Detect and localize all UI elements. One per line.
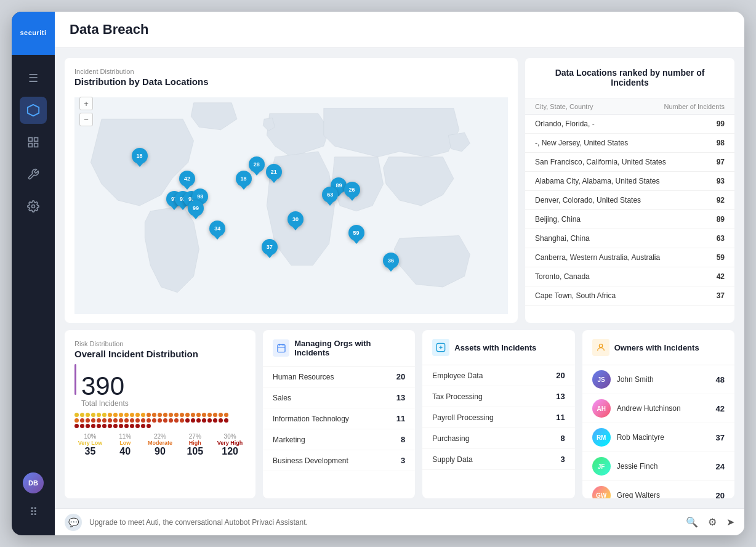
- location-count: 59: [717, 253, 725, 262]
- map-pins: 184297929398992818213037348926635936: [74, 92, 508, 320]
- owner-count: 42: [716, 404, 725, 413]
- logo[interactable]: securiti: [12, 12, 55, 55]
- sidebar-item-shield[interactable]: [20, 97, 47, 124]
- risk-dot: [74, 418, 79, 423]
- map-pin[interactable]: 18: [236, 171, 252, 187]
- location-name: San Francisco, California, United States: [535, 158, 666, 166]
- managing-orgs-card: Managing Orgs with Incidents Human Resou…: [263, 330, 415, 498]
- map-label: Incident Distribution: [74, 68, 508, 75]
- risk-dot: [108, 418, 112, 423]
- location-row: Orlando, Florida, -99: [525, 115, 734, 134]
- map-pin[interactable]: 34: [209, 221, 225, 237]
- risk-dot: [147, 418, 151, 423]
- location-name: Shanghai, China: [535, 234, 590, 243]
- risk-dot: [102, 418, 107, 423]
- risk-dot: [141, 413, 145, 417]
- sidebar-item-menu[interactable]: ☰: [20, 65, 47, 92]
- risk-dot: [152, 418, 156, 423]
- locations-title: Data Locations ranked by number of Incid…: [535, 68, 725, 87]
- owners-card: Owners with Incidents JS John Smith 48 A…: [582, 330, 734, 498]
- svg-point-12: [599, 344, 602, 347]
- list-item: Sales13: [263, 387, 415, 408]
- svg-rect-7: [278, 345, 285, 352]
- owner-row: JS John Smith 48: [582, 365, 734, 394]
- owners-header: Owners with Incidents: [582, 330, 734, 365]
- sidebar-item-settings[interactable]: [20, 193, 47, 220]
- risk-dot: [141, 424, 145, 428]
- sidebar: securiti ☰ DB ⠿: [12, 12, 55, 535]
- risk-dot: [86, 413, 90, 417]
- dot-grid: [74, 413, 246, 428]
- map-pin[interactable]: 26: [344, 182, 360, 198]
- location-row: Beijing, China89: [525, 210, 734, 229]
- risk-dot: [196, 413, 201, 417]
- locations-header: Data Locations ranked by number of Incid…: [525, 58, 734, 99]
- map-pin[interactable]: 42: [179, 171, 195, 187]
- map-pin[interactable]: 28: [249, 156, 265, 172]
- owners-icon: [592, 339, 609, 356]
- location-count: 89: [717, 215, 725, 224]
- risk-dot: [91, 413, 95, 417]
- managing-orgs-list: Human Resources20Sales13Information Tech…: [263, 367, 415, 471]
- location-count: 42: [717, 272, 725, 281]
- location-row: -, New Jersey, United States98: [525, 134, 734, 153]
- risk-dot: [80, 418, 84, 423]
- location-row: San Francisco, California, United States…: [525, 153, 734, 172]
- risk-dot: [185, 418, 190, 423]
- risk-dot: [113, 418, 118, 423]
- bottom-bar: 💬 Upgrade to meet Auti, the conversation…: [55, 508, 744, 535]
- list-item: Marketing8: [263, 429, 415, 450]
- chat-icon: 💬: [65, 514, 82, 531]
- risk-accent-bar: [74, 364, 76, 395]
- bottom-icons: 🔍 ⚙ ➤: [686, 516, 734, 528]
- map-pin[interactable]: 63: [322, 187, 338, 203]
- risk-dot: [174, 413, 179, 417]
- risk-dot: [141, 418, 145, 423]
- owner-avatar: JS: [592, 370, 611, 389]
- risk-dot: [185, 413, 190, 417]
- map-pin[interactable]: 36: [383, 253, 399, 269]
- map-pin[interactable]: 59: [348, 225, 364, 241]
- risk-dot: [119, 418, 123, 423]
- risk-card: Risk Distribution Overall Incident Distr…: [65, 330, 255, 498]
- map-pin[interactable]: 30: [288, 211, 304, 227]
- export-button[interactable]: ➤: [726, 516, 734, 528]
- location-count: 63: [717, 234, 725, 243]
- page-title: Data Breach: [70, 22, 730, 38]
- svg-rect-3: [34, 144, 38, 147]
- list-item: Payroll Processing11: [422, 407, 574, 428]
- location-count: 98: [717, 139, 725, 147]
- user-avatar[interactable]: DB: [23, 472, 44, 493]
- risk-stat-item: 27% High 105: [179, 433, 211, 457]
- risk-dot: [108, 413, 112, 417]
- locations-table-header: City, State, Country Number of Incidents: [525, 99, 734, 115]
- location-row: Alabama City, Alabama, United States93: [525, 172, 734, 191]
- risk-dot: [219, 418, 223, 423]
- risk-label: Risk Distribution: [74, 340, 246, 347]
- map-title: Distribution by Data Locations: [74, 76, 508, 87]
- search-button[interactable]: 🔍: [686, 516, 698, 528]
- map-pin[interactable]: 37: [262, 239, 278, 255]
- sidebar-item-tools[interactable]: [20, 161, 47, 188]
- sidebar-item-apps[interactable]: ⠿: [20, 498, 47, 525]
- map-pin[interactable]: 21: [266, 164, 282, 180]
- risk-dot: [191, 413, 195, 417]
- risk-dot: [119, 424, 123, 428]
- location-count: 92: [717, 196, 725, 205]
- risk-dot: [130, 418, 134, 423]
- location-name: Cape Town, South Africa: [535, 291, 616, 300]
- assets-title: Assets with Incidents: [454, 343, 536, 352]
- risk-dot: [213, 413, 217, 417]
- svg-rect-2: [34, 138, 38, 142]
- location-row: Cape Town, South Africa37: [525, 286, 734, 306]
- risk-dot: [91, 418, 95, 423]
- filter-button[interactable]: ⚙: [708, 516, 717, 528]
- risk-dot: [202, 413, 206, 417]
- owner-name: Rob Macintyre: [617, 433, 710, 442]
- map-pin[interactable]: 18: [132, 148, 148, 164]
- sidebar-item-dashboard[interactable]: [20, 129, 47, 156]
- risk-dot: [97, 424, 101, 428]
- svg-marker-0: [28, 105, 39, 116]
- map-pin[interactable]: 99: [188, 200, 204, 216]
- risk-dot: [207, 418, 212, 423]
